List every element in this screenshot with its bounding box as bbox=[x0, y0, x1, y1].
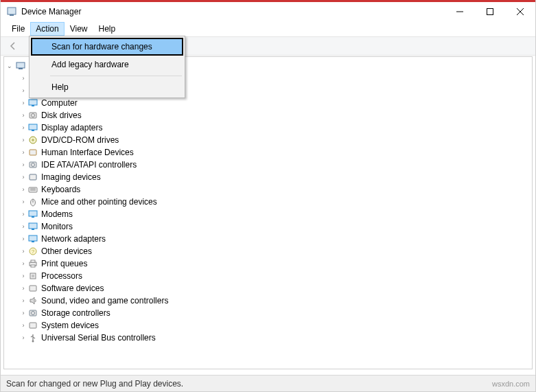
hid-icon bbox=[27, 147, 38, 158]
tree-node[interactable]: ›Disk drives bbox=[4, 109, 532, 122]
tree-node-label: IDE ATA/ATAPI controllers bbox=[41, 160, 137, 170]
display-icon bbox=[27, 122, 38, 133]
menu-help[interactable]: Help bbox=[93, 22, 121, 36]
tree-node[interactable]: ›IDE ATA/ATAPI controllers bbox=[4, 159, 532, 171]
expand-icon[interactable]: › bbox=[19, 100, 27, 106]
expand-icon[interactable]: › bbox=[19, 137, 27, 143]
action-menu-dropdown: Scan for hardware changes Add legacy har… bbox=[29, 36, 185, 98]
expand-icon[interactable]: › bbox=[19, 285, 27, 292]
svg-point-44 bbox=[32, 341, 34, 343]
usb-icon bbox=[27, 332, 38, 343]
svg-text:?: ? bbox=[32, 249, 35, 255]
expand-icon[interactable]: › bbox=[19, 211, 27, 218]
device-tree[interactable]: ⌄ ››Bluetooth›Computer›Disk drives›Displ… bbox=[3, 56, 533, 369]
tree-node-label: Print queues bbox=[41, 259, 87, 268]
tree-node-label: Modems bbox=[41, 209, 73, 219]
tree-node-label: DVD/CD-ROM drives bbox=[41, 135, 119, 145]
svg-rect-27 bbox=[29, 211, 37, 216]
svg-rect-39 bbox=[32, 275, 34, 277]
tree-node[interactable]: ›Network adapters bbox=[4, 233, 532, 245]
tree-node[interactable]: ›Mice and other pointing devices bbox=[4, 196, 532, 208]
tree-node[interactable]: ›Human Interface Devices bbox=[4, 146, 532, 159]
statusbar-text: Scan for changed or new Plug and Play de… bbox=[6, 379, 183, 389]
print-icon bbox=[27, 258, 38, 269]
svg-rect-36 bbox=[31, 260, 35, 262]
expand-icon[interactable]: › bbox=[19, 124, 27, 131]
sound-icon bbox=[27, 295, 38, 306]
expand-icon[interactable]: › bbox=[19, 223, 27, 230]
expand-icon[interactable]: › bbox=[19, 87, 27, 94]
tree-node[interactable]: ›Modems bbox=[4, 208, 532, 220]
tree-node[interactable]: ›System devices bbox=[4, 319, 532, 332]
tree-node[interactable]: ›Software devices bbox=[4, 282, 532, 295]
tree-node[interactable]: ›?Other devices bbox=[4, 245, 532, 257]
svg-rect-31 bbox=[29, 235, 37, 241]
collapse-icon[interactable]: ⌄ bbox=[7, 62, 15, 69]
menu-file[interactable]: File bbox=[6, 22, 30, 36]
expand-icon[interactable]: › bbox=[19, 310, 27, 316]
tree-node[interactable]: ›Sound, video and game controllers bbox=[4, 295, 532, 307]
tree-node[interactable]: ›Computer bbox=[4, 97, 532, 109]
expand-icon[interactable]: › bbox=[19, 248, 27, 255]
app-icon bbox=[6, 6, 17, 17]
statusbar: Scan for changed or new Plug and Play de… bbox=[1, 375, 535, 391]
tree-node[interactable]: ›DVD/CD-ROM drives bbox=[4, 134, 532, 146]
svg-rect-15 bbox=[32, 130, 34, 131]
storage-icon bbox=[27, 308, 38, 319]
expand-icon[interactable]: › bbox=[19, 322, 27, 329]
back-button[interactable] bbox=[5, 38, 21, 54]
system-icon bbox=[27, 320, 38, 331]
tree-node-label: Network adapters bbox=[41, 234, 106, 244]
menu-item-scan-hardware[interactable]: Scan for hardware changes bbox=[31, 38, 183, 56]
keyboard-icon bbox=[27, 184, 38, 195]
menu-item-add-legacy[interactable]: Add legacy hardware bbox=[31, 56, 183, 73]
menu-item-help[interactable]: Help bbox=[31, 78, 183, 96]
svg-rect-18 bbox=[30, 150, 36, 155]
expand-icon[interactable]: › bbox=[19, 161, 27, 168]
svg-rect-30 bbox=[32, 229, 34, 230]
expand-icon[interactable]: › bbox=[19, 112, 27, 119]
tree-node-label: Storage controllers bbox=[41, 308, 110, 318]
tree-node[interactable]: ›Print queues bbox=[4, 257, 532, 270]
tree-node-label: Software devices bbox=[41, 284, 104, 293]
software-icon bbox=[27, 283, 38, 294]
expand-icon[interactable]: › bbox=[19, 75, 27, 82]
tree-node[interactable]: ›Universal Serial Bus controllers bbox=[4, 332, 532, 344]
tree-node[interactable]: ›Processors bbox=[4, 270, 532, 282]
close-button[interactable] bbox=[505, 2, 535, 21]
expand-icon[interactable]: › bbox=[19, 297, 27, 304]
tree-node[interactable]: ›Storage controllers bbox=[4, 307, 532, 319]
mouse-icon bbox=[27, 196, 38, 207]
expand-icon[interactable]: › bbox=[19, 260, 27, 267]
expand-icon[interactable]: › bbox=[19, 198, 27, 205]
tree-node-label: Disk drives bbox=[41, 111, 82, 120]
tree-node[interactable]: ›Display adapters bbox=[4, 122, 532, 134]
tree-node[interactable]: ›Monitors bbox=[4, 220, 532, 233]
minimize-button[interactable] bbox=[445, 2, 475, 21]
expand-icon[interactable]: › bbox=[19, 235, 27, 242]
expand-icon[interactable]: › bbox=[19, 273, 27, 279]
menu-action[interactable]: Action bbox=[30, 22, 64, 36]
svg-rect-37 bbox=[31, 265, 35, 267]
svg-rect-14 bbox=[29, 124, 37, 130]
svg-rect-10 bbox=[29, 100, 37, 105]
maximize-button[interactable] bbox=[475, 2, 505, 21]
menu-separator bbox=[50, 76, 182, 76]
svg-rect-21 bbox=[30, 174, 36, 180]
tree-node-label: Imaging devices bbox=[41, 172, 101, 182]
network-icon bbox=[27, 233, 38, 244]
menubar: File Action View Help bbox=[1, 21, 535, 36]
svg-rect-0 bbox=[8, 8, 16, 14]
menu-view[interactable]: View bbox=[65, 22, 93, 36]
expand-icon[interactable]: › bbox=[19, 174, 27, 181]
tree-node-label: Human Interface Devices bbox=[41, 148, 134, 157]
expand-icon[interactable]: › bbox=[19, 334, 27, 341]
computer-root-icon bbox=[15, 60, 26, 71]
svg-rect-43 bbox=[30, 323, 36, 328]
expand-icon[interactable]: › bbox=[19, 186, 27, 193]
tree-node[interactable]: ›Keyboards bbox=[4, 183, 532, 196]
other-icon: ? bbox=[27, 246, 38, 257]
expand-icon[interactable]: › bbox=[19, 149, 27, 156]
modem-icon bbox=[27, 209, 38, 220]
tree-node[interactable]: ›Imaging devices bbox=[4, 171, 532, 183]
